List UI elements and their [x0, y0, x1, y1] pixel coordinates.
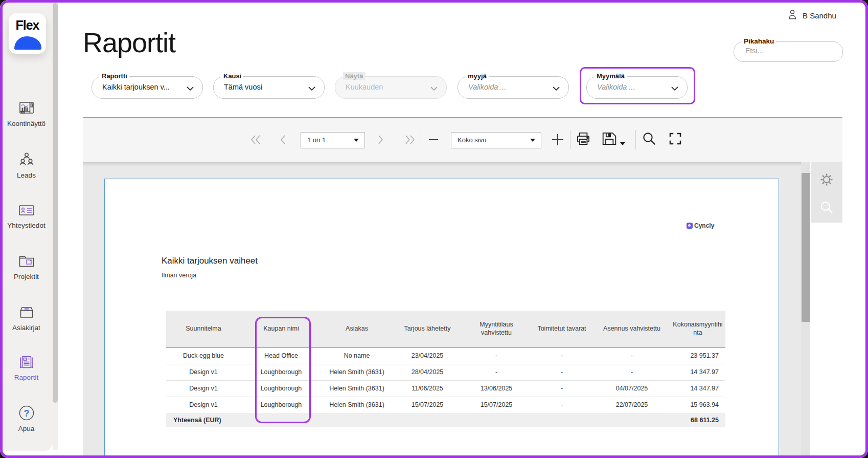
report-viewer: 1 on 1 Koko sivu: [83, 117, 842, 458]
sidebar-item-projects[interactable]: Projektit: [0, 251, 53, 280]
cell: Loughborough: [241, 381, 322, 397]
quick-search: Pikahaku: [734, 41, 843, 62]
cell: 23/04/2025: [392, 348, 463, 364]
viewer-scrollbar-track[interactable]: [801, 162, 810, 458]
cell: -: [593, 348, 670, 364]
page-number-select[interactable]: 1 on 1: [301, 132, 365, 148]
filter-myyja[interactable]: myyjä Valikoida ...: [458, 76, 569, 99]
toolbar-separator: [421, 130, 421, 149]
filter-myymala-placeholder: Valikoida ...: [597, 83, 635, 91]
dropdown-arrow-icon: [530, 139, 535, 142]
zoom-in-button[interactable]: [551, 132, 564, 147]
sidebar-item-label: Koontinäyttö: [0, 120, 53, 127]
sidebar-item-help[interactable]: ? Apua: [0, 403, 53, 432]
page-number-value: 1 on 1: [307, 136, 326, 144]
last-page-button[interactable]: [404, 132, 416, 147]
viewer-scrollbar-thumb[interactable]: [802, 173, 810, 322]
cell: 28/04/2025: [392, 364, 463, 380]
dropdown-arrow-icon: [354, 139, 359, 142]
cyncly-icon: [687, 223, 693, 229]
cell: Head Office: [241, 348, 322, 364]
cell: 15/07/2025: [392, 397, 463, 413]
user-name: B Sandhu: [803, 11, 836, 20]
user-icon: [787, 8, 797, 23]
cell: No name: [322, 348, 392, 364]
magnifier-icon: [642, 131, 657, 148]
report-page: Cyncly Kaikki tarjouksen vaiheet Ilman v…: [104, 179, 779, 458]
flex-logo-text: Flex: [9, 18, 46, 33]
filter-myymala[interactable]: Myymälä Valikoida ...: [586, 76, 688, 99]
save-icon: [601, 131, 618, 148]
page-title: Raportit: [83, 27, 175, 58]
next-page-button[interactable]: [377, 132, 384, 147]
search-icon: [818, 208, 835, 217]
sidebar-item-documents[interactable]: Asiakirjat: [0, 302, 53, 332]
cell: 22/07/2025: [593, 397, 670, 413]
sidebar-item-contacts[interactable]: Yhteystiedot: [0, 200, 53, 229]
filter-raportti-label: Raportti: [100, 72, 129, 80]
dropdown-arrow-icon: [620, 142, 625, 145]
previous-page-button[interactable]: [279, 132, 286, 147]
cell: Helen Smith (3631): [322, 381, 392, 397]
table-row: Design v1 Loughborough Helen Smith (3631…: [166, 364, 725, 380]
sidebar: Flex Koontinäyttö: [0, 0, 53, 451]
report-search-button[interactable]: [818, 199, 835, 215]
report-table: Suunnitelma Kaupan nimi Asiakas Tarjous …: [166, 311, 725, 427]
filter-myymala-label: Myymälä: [595, 72, 627, 80]
cell: -: [530, 364, 593, 380]
cell: Duck egg blue: [166, 348, 241, 364]
filter-raportti-value: Kaikki tarjouksen v...: [102, 83, 170, 91]
sidebar-item-label: Yhteystiedot: [0, 222, 53, 229]
filter-kausi[interactable]: Kausi Tämä vuosi: [213, 76, 325, 99]
total-value: 68 611.25: [691, 413, 725, 427]
first-page-button[interactable]: [250, 132, 261, 147]
print-button[interactable]: [575, 132, 591, 147]
flex-logo[interactable]: Flex: [9, 13, 46, 54]
fullscreen-icon: [668, 131, 683, 148]
user-menu[interactable]: B Sandhu: [787, 8, 836, 23]
filter-raportti[interactable]: Raportti Kaikki tarjouksen v...: [92, 76, 203, 99]
cell: Helen Smith (3631): [322, 364, 392, 380]
table-total-row: Yhteensä (EUR) 68 611.25: [166, 413, 725, 427]
save-button[interactable]: [601, 132, 618, 147]
report-settings-button[interactable]: [818, 171, 835, 188]
report-title: Kaikki tarjouksen vaiheet: [162, 256, 258, 266]
cell: Loughborough: [241, 364, 322, 380]
cell: 14 347.97: [670, 381, 725, 397]
active-nav-indicator: [0, 342, 3, 381]
sidebar-item-dashboard[interactable]: Koontinäyttö: [0, 98, 53, 127]
archive-box-icon: [0, 302, 53, 323]
sidebar-scrollbar-thumb[interactable]: [53, 3, 58, 403]
cell: 04/07/2025: [593, 381, 670, 397]
sidebar-item-label: Apua: [0, 425, 53, 432]
cell: Design v1: [166, 364, 241, 380]
zoom-level-value: Koko sivu: [458, 136, 486, 144]
dashboard-icon: [0, 98, 53, 119]
cell: Loughborough: [241, 397, 322, 413]
cell: -: [530, 348, 593, 364]
cell: 15/07/2025: [463, 397, 530, 413]
filter-nayta: Näytä Kuukauden: [335, 76, 447, 99]
brand-name: Cyncly: [694, 222, 714, 229]
cell: 23 951.37: [670, 348, 725, 364]
sidebar-item-leads[interactable]: Leads: [0, 150, 53, 179]
column-header: Asiakas: [322, 311, 392, 347]
sidebar-item-label: Projektit: [0, 273, 53, 280]
filter-nayta-value: Kuukauden: [346, 83, 383, 91]
cell: 14 347.97: [670, 364, 725, 380]
cell: 15 963.94: [670, 397, 725, 413]
sidebar-item-label: Leads: [0, 171, 53, 179]
chevron-down-icon: [552, 84, 560, 94]
search-document-button[interactable]: [642, 132, 657, 147]
cell: Design v1: [166, 381, 241, 397]
viewer-canvas: Cyncly Kaikki tarjouksen vaiheet Ilman v…: [83, 162, 810, 458]
zoom-out-button[interactable]: [427, 132, 440, 147]
zoom-level-select[interactable]: Koko sivu: [451, 132, 541, 148]
sidebar-item-reports[interactable]: Raportit: [0, 352, 53, 381]
save-options-arrow[interactable]: [620, 136, 625, 151]
fullscreen-button[interactable]: [668, 132, 683, 147]
cell: Design v1: [166, 397, 241, 413]
search-input[interactable]: [744, 46, 833, 55]
sidebar-scrollbar-track[interactable]: [53, 2, 58, 450]
filter-kausi-label: Kausi: [221, 72, 243, 80]
